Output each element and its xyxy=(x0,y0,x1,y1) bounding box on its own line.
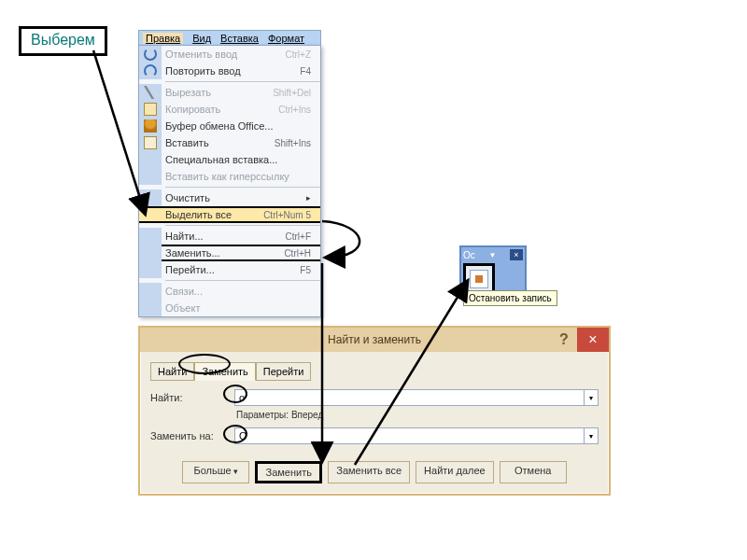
replace-input[interactable] xyxy=(234,427,584,444)
find-dropdown-button[interactable]: ▾ xyxy=(584,389,599,406)
menu-item-object: Объект xyxy=(139,300,320,316)
replace-dropdown-button[interactable]: ▾ xyxy=(584,427,599,444)
macro-toolbar-title: Ос xyxy=(463,250,475,260)
options-label: Параметры: xyxy=(236,410,289,420)
find-input[interactable] xyxy=(234,389,584,406)
menu-insert[interactable]: Вставка xyxy=(220,33,259,44)
menu-format[interactable]: Формат xyxy=(268,33,304,44)
help-button[interactable]: ? xyxy=(551,328,577,352)
tab-find[interactable]: Найти xyxy=(150,362,194,381)
stop-icon xyxy=(475,275,483,283)
more-button[interactable]: Больше xyxy=(182,461,249,483)
annotation-callout: Выберем xyxy=(19,26,107,56)
menu-item-select-all[interactable]: Выделить все Ctrl+Num 5 xyxy=(139,206,320,223)
menu-edit[interactable]: Правка xyxy=(143,33,183,44)
replace-all-button[interactable]: Заменить все xyxy=(328,461,410,483)
tab-replace[interactable]: Заменить xyxy=(194,362,255,381)
menu-item-undo[interactable]: Отменить ввод Ctrl+Z xyxy=(139,46,320,63)
options-value: Вперед xyxy=(291,410,323,420)
undo-icon xyxy=(144,48,157,61)
menu-item-find[interactable]: Найти... Ctrl+F xyxy=(139,228,320,245)
redo-icon xyxy=(144,64,157,77)
dialog-title: Найти и заменить xyxy=(328,333,421,346)
tooltip-stop-recording: Остановить запись xyxy=(463,290,557,306)
find-replace-dialog: Найти и заменить ? × Найти Заменить Пере… xyxy=(138,326,611,496)
edit-menu-dropdown: Отменить ввод Ctrl+Z Повторить ввод F4 В… xyxy=(138,45,321,317)
menu-item-office-clipboard[interactable]: Буфер обмена Office... xyxy=(139,118,320,134)
close-button[interactable]: × xyxy=(577,328,609,352)
tab-goto[interactable]: Перейти xyxy=(256,362,312,381)
menu-item-goto[interactable]: Перейти... F5 xyxy=(139,261,320,278)
find-next-button[interactable]: Найти далее xyxy=(416,461,494,483)
menu-item-paste-hyperlink: Вставить как гиперссылку xyxy=(139,168,320,185)
menu-item-clear[interactable]: Очистить xyxy=(139,189,320,206)
menu-item-paste[interactable]: Вставить Shift+Ins xyxy=(139,134,320,151)
scissors-icon xyxy=(144,86,157,99)
menu-item-copy: Копировать Ctrl+Ins xyxy=(139,101,320,118)
dropdown-icon[interactable]: ▼ xyxy=(488,251,496,259)
svg-line-0 xyxy=(93,50,145,213)
close-icon[interactable]: × xyxy=(510,249,523,260)
replace-button[interactable]: Заменить xyxy=(255,461,322,483)
menu-item-cut: Вырезать Shift+Del xyxy=(139,84,320,101)
menu-item-links: Связи... xyxy=(139,283,320,300)
cancel-button[interactable]: Отмена xyxy=(500,461,567,483)
copy-icon xyxy=(144,103,157,116)
menu-item-replace[interactable]: Заменить... Ctrl+H xyxy=(139,245,320,261)
stop-recording-button[interactable] xyxy=(470,270,488,288)
menu-item-redo[interactable]: Повторить ввод F4 xyxy=(139,63,320,79)
find-label: Найти: xyxy=(150,392,234,403)
menu-item-paste-special[interactable]: Специальная вставка... xyxy=(139,151,320,168)
replace-label: Заменить на: xyxy=(150,430,234,441)
clipboard-icon xyxy=(144,119,157,133)
menu-view[interactable]: Вид xyxy=(192,33,211,44)
dialog-tabs: Найти Заменить Перейти xyxy=(150,361,599,380)
paste-icon xyxy=(144,136,157,149)
